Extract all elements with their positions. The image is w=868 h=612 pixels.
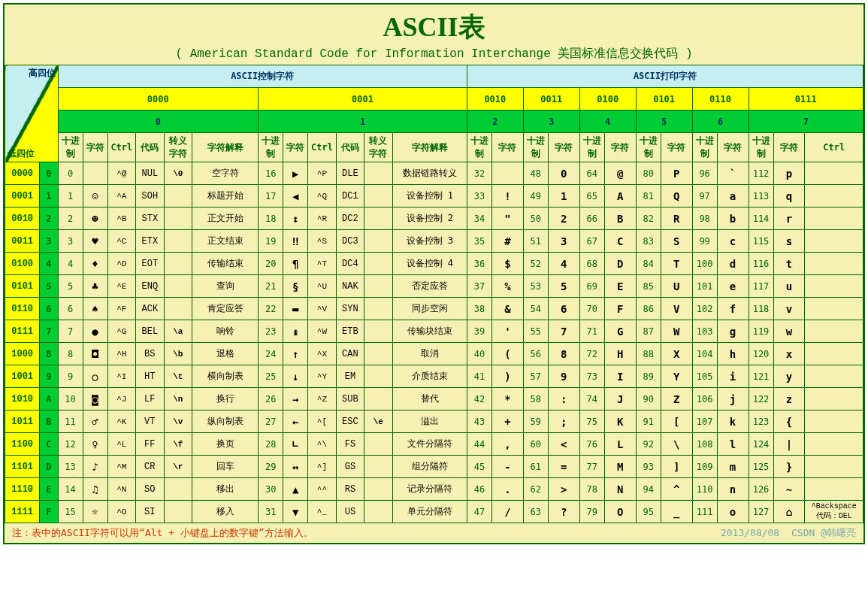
ctrl-key: ^L [107, 433, 135, 456]
dec: 88 [636, 343, 661, 365]
char: ` [717, 162, 749, 185]
code: DC2 [336, 208, 364, 230]
dec: 101 [692, 275, 717, 298]
dec: 112 [749, 162, 773, 185]
table-row: 1011B11♂^KVT\v纵向制表27←^[ESC\e溢出43+59;75K9… [5, 411, 863, 433]
dec: 58 [523, 388, 548, 411]
char: D [604, 253, 636, 275]
desc: 回车 [192, 456, 258, 478]
escape [364, 388, 392, 411]
low-hex: 3 [40, 230, 58, 253]
dec: 68 [579, 253, 604, 275]
dec: 10 [58, 388, 83, 411]
desc: 单元分隔符 [392, 501, 467, 523]
glyph [83, 162, 107, 185]
char: + [491, 411, 523, 433]
hi-bin: 0111 [749, 88, 863, 111]
low-hex: A [40, 388, 58, 411]
char: ⌂ [773, 501, 805, 523]
low-hex: 4 [40, 253, 58, 275]
dec: 23 [259, 320, 283, 343]
escape: \e [364, 411, 392, 433]
char: l [717, 433, 749, 456]
char: 7 [548, 320, 579, 343]
dec: 86 [636, 298, 661, 320]
glyph: ♪ [83, 456, 107, 478]
escape [364, 478, 392, 501]
desc: 传输块结束 [392, 320, 467, 343]
escape [164, 185, 192, 208]
escape [164, 275, 192, 298]
low-bin: 1000 [5, 343, 40, 365]
char: v [773, 298, 805, 320]
ctrl-key: ^H [107, 343, 135, 365]
escape [364, 501, 392, 523]
char: N [604, 478, 636, 501]
low-bin: 0111 [5, 320, 40, 343]
del-ctrl [805, 343, 863, 365]
hi-bin: 0110 [692, 88, 749, 111]
dec: 20 [259, 253, 283, 275]
char: h [717, 343, 749, 365]
char: b [717, 208, 749, 230]
ctrl-key: ^E [107, 275, 135, 298]
low-hex: 9 [40, 365, 58, 388]
low-bin: 1111 [5, 501, 40, 523]
char: g [717, 320, 749, 343]
ctrl-key: ^W [308, 320, 336, 343]
escape [164, 208, 192, 230]
ctrl-key: ^D [107, 253, 135, 275]
desc: 介质结束 [392, 365, 467, 388]
dec: 37 [467, 275, 491, 298]
dec: 102 [692, 298, 717, 320]
dec: 14 [58, 478, 83, 501]
ctrl-key: ^S [308, 230, 336, 253]
hi-bin: 0010 [467, 88, 523, 111]
char: ^ [661, 478, 692, 501]
char: # [491, 230, 523, 253]
dec: 30 [259, 478, 283, 501]
ctrl-key: ^I [107, 365, 135, 388]
del-ctrl [805, 478, 863, 501]
dec: 44 [467, 433, 491, 456]
dec: 18 [259, 208, 283, 230]
col-head: 十进制 [259, 133, 283, 162]
code: LF [136, 388, 164, 411]
del-ctrl: ^Backspace 代码：DEL [805, 501, 863, 523]
ctrl-key: ^O [107, 501, 135, 523]
glyph: ♦ [83, 253, 107, 275]
section-ctrl: ASCII控制字符 [58, 65, 467, 88]
dec: 17 [259, 185, 283, 208]
glyph: ♠ [83, 298, 107, 320]
ctrl-key: ^K [107, 411, 135, 433]
desc: 组分隔符 [392, 456, 467, 478]
low-hex: 1 [40, 185, 58, 208]
char: T [661, 253, 692, 275]
ctrl-key: ^G [107, 320, 135, 343]
dec: 41 [467, 365, 491, 388]
hi-label: 高四位 [29, 67, 56, 80]
table-row: 100088◘^HBS\b退格24↑^XCAN取消40(56872H88X104… [5, 343, 863, 365]
char: = [548, 456, 579, 478]
dec: 84 [636, 253, 661, 275]
dec: 2 [58, 208, 83, 230]
low-bin: 1001 [5, 365, 40, 388]
dec: 98 [692, 208, 717, 230]
dec: 124 [749, 433, 773, 456]
desc: 取消 [392, 343, 467, 365]
dec: 70 [579, 298, 604, 320]
char: y [773, 365, 805, 388]
char: r [773, 208, 805, 230]
low-hex: D [40, 456, 58, 478]
char: J [604, 388, 636, 411]
escape: \f [164, 433, 192, 456]
dec: 33 [467, 185, 491, 208]
desc: 查询 [192, 275, 258, 298]
dec: 54 [523, 298, 548, 320]
hi-bin: 0001 [259, 88, 467, 111]
ctrl-key: ^Q [308, 185, 336, 208]
char: p [773, 162, 805, 185]
col-head: 字符 [548, 133, 579, 162]
escape [164, 501, 192, 523]
char: K [604, 411, 636, 433]
